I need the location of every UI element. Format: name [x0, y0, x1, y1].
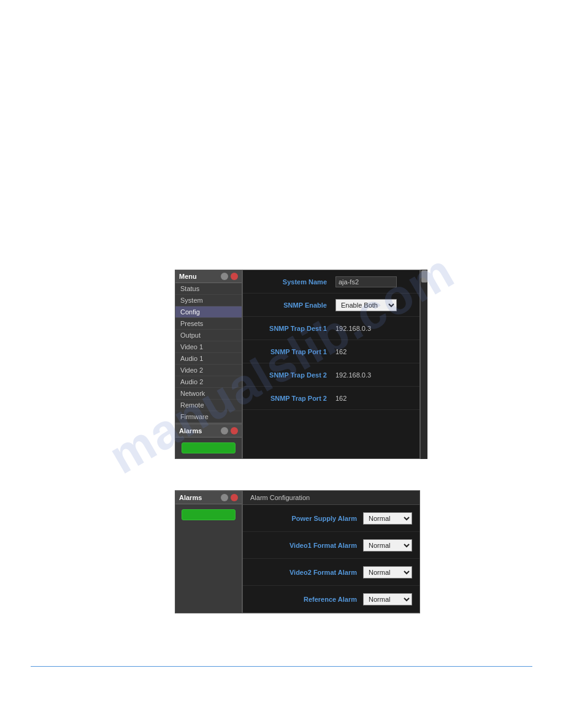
- bottom-alarm-indicator: [182, 509, 236, 520]
- value-snmp-enable: Enable Both Disable Traps Only Gets Only: [333, 299, 412, 311]
- config-row-snmp-trap-dest1: SNMP Trap Dest 1 192.168.0.3: [243, 317, 419, 340]
- top-panel: Menu Status System Config Presets Output…: [175, 270, 427, 459]
- sidebar-item-network[interactable]: Network: [175, 388, 242, 400]
- sidebar-item-firmware[interactable]: Firmware: [175, 411, 242, 423]
- bottom-alarms-icons: [221, 494, 238, 501]
- bottom-main-area: Alarm Configuration Power Supply Alarm N…: [242, 490, 420, 613]
- sidebar-header-icons: [221, 273, 238, 280]
- bottom-alarms-header: Alarms: [175, 491, 242, 504]
- alarm-row-power-supply: Power Supply Alarm Normal Warning Error: [243, 505, 419, 532]
- select-power-supply-alarm[interactable]: Normal Warning Error: [363, 512, 412, 525]
- sidebar-item-audio1[interactable]: Audio 1: [175, 353, 242, 365]
- sidebar-item-video1[interactable]: Video 1: [175, 341, 242, 353]
- alarm-indicator: [182, 442, 236, 453]
- bottom-divider: [31, 666, 532, 667]
- sidebar-item-presets[interactable]: Presets: [175, 318, 242, 330]
- sidebar-item-video2[interactable]: Video 2: [175, 365, 242, 376]
- alarms-refresh-icon[interactable]: [221, 427, 228, 434]
- select-video1-format-alarm[interactable]: Normal Warning Error: [363, 539, 412, 552]
- alarms-header-icons: [221, 427, 238, 434]
- label-snmp-trap-port2: SNMP Trap Port 2: [250, 395, 333, 402]
- alarm-row-video2-format: Video2 Format Alarm Normal Warning Error: [243, 559, 419, 586]
- value-snmp-trap-port2: 162: [333, 395, 412, 402]
- bottom-refresh-icon[interactable]: [221, 494, 228, 501]
- top-main-area: System Name SNMP Enable Enable Both Disa…: [242, 270, 427, 459]
- value-system-name: [333, 276, 412, 287]
- top-sidebar: Menu Status System Config Presets Output…: [175, 270, 242, 459]
- label-snmp-trap-dest1: SNMP Trap Dest 1: [250, 325, 333, 332]
- bottom-alarms-title: Alarms: [179, 494, 202, 501]
- bottom-close-icon[interactable]: [231, 494, 238, 501]
- label-reference-alarm: Reference Alarm: [250, 596, 363, 603]
- bottom-main-content: Alarm Configuration Power Supply Alarm N…: [242, 490, 420, 613]
- label-snmp-enable: SNMP Enable: [250, 301, 333, 309]
- scrollbar-top[interactable]: [420, 270, 427, 459]
- alarm-row-video1-format: Video1 Format Alarm Normal Warning Error: [243, 532, 419, 559]
- value-snmp-trap-dest2: 192.168.0.3: [333, 371, 412, 379]
- menu-title: Menu: [179, 273, 197, 280]
- config-row-snmp-enable: SNMP Enable Enable Both Disable Traps On…: [243, 294, 419, 317]
- config-row-snmp-trap-port1: SNMP Trap Port 1 162: [243, 340, 419, 363]
- sidebar-item-audio2[interactable]: Audio 2: [175, 376, 242, 388]
- sidebar-item-output[interactable]: Output: [175, 330, 242, 341]
- alarm-config-header: Alarm Configuration: [243, 491, 419, 505]
- select-reference-alarm[interactable]: Normal Warning Error: [363, 593, 412, 605]
- label-snmp-trap-dest2: SNMP Trap Dest 2: [250, 371, 333, 379]
- bottom-panel: Alarms Alarm Configuration Power Supply …: [175, 490, 420, 613]
- alarms-sidebar: Alarms: [175, 423, 242, 459]
- alarm-row-reference: Reference Alarm Normal Warning Error: [243, 586, 419, 613]
- sidebar-item-system[interactable]: System: [175, 295, 242, 306]
- bottom-panel-wrapper: Alarms Alarm Configuration Power Supply …: [175, 490, 420, 613]
- value-snmp-trap-dest1: 192.168.0.3: [333, 325, 412, 332]
- select-video2-format-alarm[interactable]: Normal Warning Error: [363, 566, 412, 578]
- value-snmp-trap-port1: 162: [333, 348, 412, 355]
- label-snmp-trap-port1: SNMP Trap Port 1: [250, 348, 333, 355]
- label-video2-format-alarm: Video2 Format Alarm: [250, 569, 363, 576]
- top-panel-wrapper: Menu Status System Config Presets Output…: [175, 270, 427, 459]
- label-power-supply-alarm: Power Supply Alarm: [250, 515, 363, 522]
- scrollbar-thumb-top: [421, 270, 427, 282]
- sidebar-menu: Menu Status System Config Presets Output…: [175, 270, 242, 423]
- alarms-header: Alarms: [175, 425, 242, 438]
- label-system-name: System Name: [250, 278, 333, 286]
- refresh-icon[interactable]: [221, 273, 228, 280]
- sidebar-item-remote[interactable]: Remote: [175, 400, 242, 411]
- config-row-snmp-trap-dest2: SNMP Trap Dest 2 192.168.0.3: [243, 363, 419, 387]
- alarms-title: Alarms: [179, 427, 202, 434]
- alarms-close-icon[interactable]: [231, 427, 238, 434]
- select-snmp-enable[interactable]: Enable Both Disable Traps Only Gets Only: [335, 299, 397, 311]
- config-row-system-name: System Name: [243, 270, 419, 294]
- label-video1-format-alarm: Video1 Format Alarm: [250, 542, 363, 549]
- input-system-name[interactable]: [335, 276, 397, 287]
- sidebar-item-status[interactable]: Status: [175, 283, 242, 295]
- sidebar-header: Menu: [175, 270, 242, 283]
- top-main-content: System Name SNMP Enable Enable Both Disa…: [242, 270, 420, 459]
- close-icon[interactable]: [231, 273, 238, 280]
- sidebar-item-config[interactable]: Config: [175, 306, 242, 318]
- bottom-alarms-sidebar: Alarms: [175, 490, 242, 613]
- config-row-snmp-trap-port2: SNMP Trap Port 2 162: [243, 387, 419, 410]
